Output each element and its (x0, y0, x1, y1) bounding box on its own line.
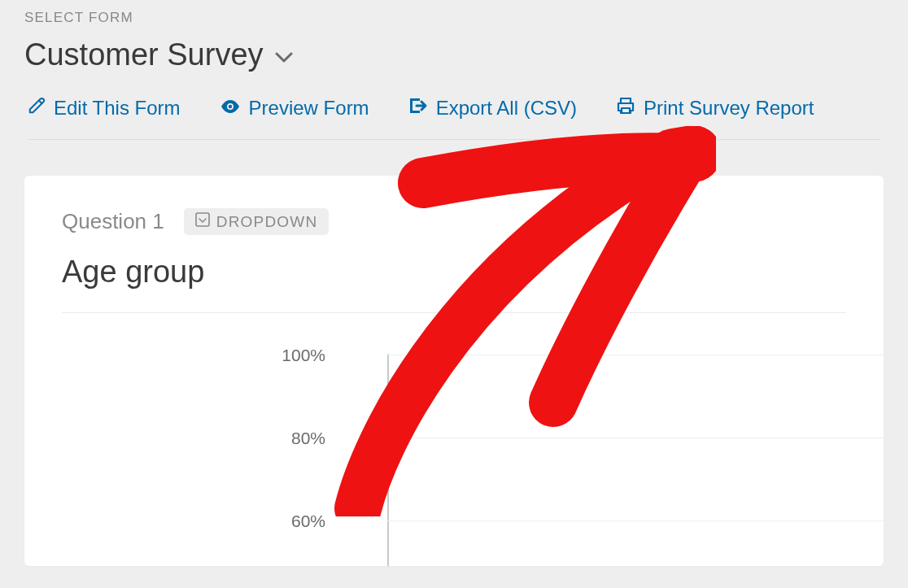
gridline (387, 355, 884, 355)
question-title: Age group (62, 255, 846, 313)
edit-form-link[interactable]: Edit This Form (28, 97, 181, 120)
form-selector[interactable]: Customer Survey (24, 37, 884, 72)
export-csv-link[interactable]: Export All (CSV) (408, 97, 577, 120)
y-axis-line (387, 354, 389, 566)
print-icon (616, 97, 635, 120)
export-csv-label: Export All (CSV) (436, 97, 577, 120)
gridline (387, 438, 884, 438)
preview-form-label: Preview Form (249, 97, 369, 120)
eye-icon (220, 97, 241, 120)
chevron-down-icon (275, 52, 293, 63)
action-bar: Edit This Form Preview Form Export All (… (28, 97, 880, 140)
svg-rect-2 (196, 213, 209, 226)
question-type-badge: DROPDOWN (184, 208, 330, 235)
dropdown-icon (195, 212, 210, 231)
gridline (387, 520, 884, 521)
y-tick-60: 60% (273, 512, 325, 531)
print-report-link[interactable]: Print Survey Report (616, 97, 814, 120)
form-title: Customer Survey (24, 37, 264, 72)
svg-point-1 (228, 105, 231, 108)
y-tick-100: 100% (273, 346, 325, 365)
question-number: Question 1 (62, 209, 164, 234)
y-tick-80: 80% (273, 429, 325, 448)
pencil-icon (28, 97, 46, 120)
export-icon (408, 97, 428, 120)
edit-form-label: Edit This Form (54, 97, 181, 120)
preview-form-link[interactable]: Preview Form (220, 97, 369, 120)
question-type-label: DROPDOWN (216, 213, 318, 231)
print-report-label: Print Survey Report (644, 97, 814, 120)
select-form-label: SELECT FORM (24, 10, 884, 26)
question-card: Question 1 DROPDOWN Age group 100% 80% 6… (24, 176, 884, 566)
